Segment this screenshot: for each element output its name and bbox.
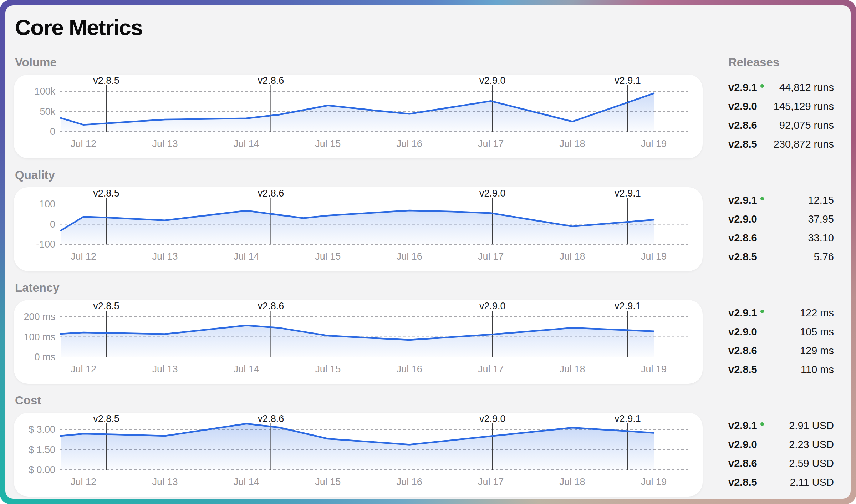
page-title: Core Metrics	[15, 15, 834, 40]
release-marker-label: v2.9.1	[615, 301, 641, 311]
release-row: v2.9.0145,129 runs	[728, 97, 834, 116]
x-axis-tick-label: Jul 16	[397, 364, 422, 375]
x-axis-tick-label: Jul 18	[560, 251, 585, 262]
release-row: v2.9.0105 ms	[728, 322, 834, 341]
section-head: Quality	[14, 168, 834, 182]
metric-section-cost: Cost$ 3.00$ 1.50$ 0.00Jul 12Jul 13Jul 14…	[14, 393, 834, 497]
release-version: v2.8.5	[728, 477, 757, 488]
release-value: 92,075 runs	[779, 119, 834, 131]
x-axis-tick-label: Jul 17	[478, 138, 504, 149]
y-axis-tick-label: 0	[50, 127, 55, 137]
x-axis-tick-label: Jul 14	[234, 364, 259, 375]
release-marker-label: v2.9.0	[479, 75, 506, 86]
release-marker-label: v2.8.5	[93, 75, 119, 86]
chart-card-latency: 200 ms100 ms0 msJul 12Jul 13Jul 14Jul 15…	[14, 300, 703, 384]
release-marker-label: v2.8.5	[93, 301, 119, 311]
release-marker-label: v2.8.6	[258, 188, 284, 199]
release-value: 2.23 USD	[789, 439, 834, 450]
section-body: 1000-100Jul 12Jul 13Jul 14Jul 15Jul 16Ju…	[14, 187, 834, 271]
metric-section-volume: VolumeReleases100k50k0Jul 12Jul 13Jul 14…	[14, 55, 834, 158]
release-version: v2.8.6	[728, 345, 757, 357]
release-version-label: v2.9.0	[728, 326, 757, 338]
release-value: 5.76	[814, 251, 834, 263]
section-label: Cost	[15, 393, 834, 408]
release-value: 2.91 USD	[789, 420, 834, 432]
y-axis-tick-label: 100k	[34, 86, 55, 97]
metric-section-quality: Quality1000-100Jul 12Jul 13Jul 14Jul 15J…	[14, 168, 834, 271]
release-version-label: v2.8.6	[728, 345, 757, 357]
release-version: v2.8.5	[728, 251, 757, 263]
x-axis-tick-label: Jul 18	[560, 477, 585, 487]
x-axis-tick-label: Jul 14	[234, 138, 259, 149]
release-stats-group: v2.9.112.15v2.9.037.95v2.8.633.10v2.8.55…	[728, 187, 834, 266]
release-version-label: v2.8.6	[728, 232, 757, 244]
release-version-label: v2.8.6	[728, 458, 757, 469]
current-release-dot-icon	[760, 84, 764, 88]
section-body: 200 ms100 ms0 msJul 12Jul 13Jul 14Jul 15…	[14, 300, 834, 384]
section-label: Quality	[15, 168, 834, 182]
x-axis-tick-label: Jul 15	[315, 364, 341, 375]
chart-svg: 200 ms100 ms0 msJul 12Jul 13Jul 14Jul 15…	[14, 300, 703, 384]
section-head: VolumeReleases	[14, 55, 834, 70]
release-value: 2.11 USD	[790, 477, 834, 488]
release-stats-group: v2.9.144,812 runsv2.9.0145,129 runsv2.8.…	[728, 75, 834, 154]
release-version: v2.9.1	[728, 420, 764, 432]
release-row: v2.8.6129 ms	[728, 341, 834, 360]
release-version-label: v2.8.5	[728, 364, 757, 376]
release-version-label: v2.9.0	[728, 213, 757, 225]
release-value: 44,812 runs	[779, 82, 834, 93]
release-version-label: v2.9.1	[728, 307, 757, 319]
release-value: 33.10	[808, 232, 834, 244]
x-axis-tick-label: Jul 19	[641, 138, 667, 149]
y-axis-tick-label: $ 0.00	[29, 465, 55, 475]
chart-svg: 1000-100Jul 12Jul 13Jul 14Jul 15Jul 16Ju…	[14, 187, 703, 271]
y-axis-tick-label: $ 3.00	[29, 424, 55, 435]
chart-card-cost: $ 3.00$ 1.50$ 0.00Jul 12Jul 13Jul 14Jul …	[14, 413, 703, 497]
release-version: v2.8.5	[728, 364, 757, 376]
metric-section-latency: Latency200 ms100 ms0 msJul 12Jul 13Jul 1…	[14, 281, 834, 384]
x-axis-tick-label: Jul 14	[234, 251, 259, 262]
series-area	[61, 325, 654, 357]
x-axis-tick-label: Jul 16	[397, 477, 422, 487]
release-marker-label: v2.8.6	[258, 75, 284, 86]
y-axis-tick-label: 100	[39, 199, 55, 210]
release-row: v2.8.5230,872 runs	[728, 135, 834, 154]
x-axis-tick-label: Jul 17	[478, 477, 504, 487]
series-area	[61, 93, 654, 132]
chart-svg: $ 3.00$ 1.50$ 0.00Jul 12Jul 13Jul 14Jul …	[14, 413, 703, 497]
release-row: v2.9.02.23 USD	[728, 435, 834, 454]
section-head: Latency	[14, 281, 834, 295]
release-row: v2.8.5110 ms	[728, 360, 834, 379]
release-row: v2.9.144,812 runs	[728, 78, 834, 97]
x-axis-tick-label: Jul 15	[315, 477, 341, 487]
current-release-dot-icon	[760, 310, 764, 313]
release-marker-label: v2.8.5	[93, 188, 119, 199]
release-marker-label: v2.9.1	[615, 75, 641, 86]
release-row: v2.9.112.15	[728, 191, 834, 210]
release-value: 12.15	[808, 194, 834, 206]
release-row: v2.9.037.95	[728, 210, 834, 229]
release-value: 105 ms	[800, 326, 834, 338]
x-axis-tick-label: Jul 19	[641, 477, 667, 487]
release-row: v2.8.62.59 USD	[728, 454, 834, 473]
y-axis-tick-label: $ 1.50	[29, 444, 55, 455]
release-value: 129 ms	[800, 345, 834, 357]
release-marker-label: v2.8.5	[93, 413, 119, 424]
current-release-dot-icon	[760, 422, 764, 426]
release-version: v2.9.0	[728, 326, 757, 338]
chart-svg: 100k50k0Jul 12Jul 13Jul 14Jul 15Jul 16Ju…	[14, 75, 703, 158]
x-axis-tick-label: Jul 16	[397, 251, 422, 262]
x-axis-tick-label: Jul 13	[152, 251, 178, 262]
release-version: v2.9.1	[728, 307, 764, 319]
y-axis-tick-label: 100 ms	[24, 332, 55, 342]
x-axis-tick-label: Jul 19	[641, 364, 667, 375]
release-version: v2.9.0	[728, 101, 757, 112]
release-value: 2.59 USD	[789, 458, 834, 469]
release-version: v2.9.0	[728, 439, 757, 450]
chart-card-quality: 1000-100Jul 12Jul 13Jul 14Jul 15Jul 16Ju…	[14, 187, 703, 271]
release-row: v2.9.12.91 USD	[728, 416, 834, 435]
x-axis-tick-label: Jul 17	[478, 364, 504, 375]
release-version: v2.8.6	[728, 232, 757, 244]
x-axis-tick-label: Jul 15	[315, 138, 341, 149]
section-body: 100k50k0Jul 12Jul 13Jul 14Jul 15Jul 16Ju…	[14, 75, 834, 158]
